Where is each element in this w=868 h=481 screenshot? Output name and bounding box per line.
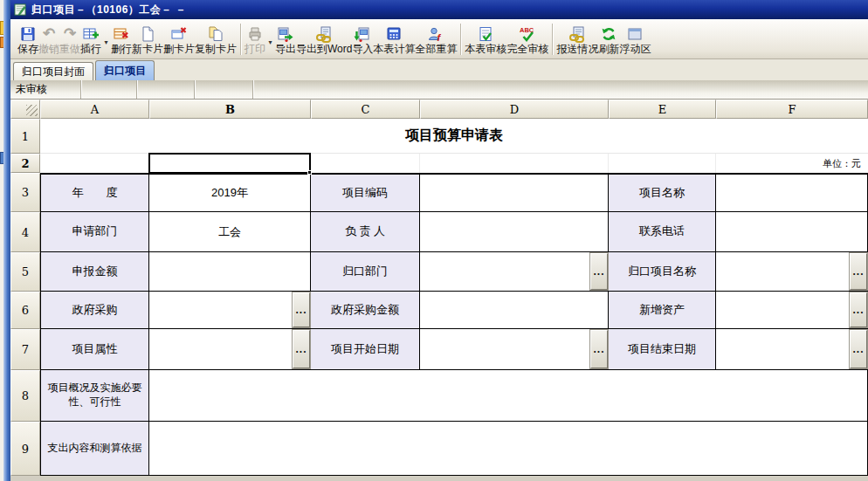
start-date-picker-button[interactable]: ... [590,330,608,368]
column-header-a[interactable]: A [40,100,149,119]
report-status-icon [568,25,586,43]
cell-project-attribute-value[interactable]: ... [149,329,311,370]
row-header-5[interactable]: 5 [10,252,40,292]
cell-e2[interactable] [609,154,716,173]
column-header-c[interactable]: C [311,100,420,119]
window-icon [14,3,27,17]
cell-b2-selected[interactable] [149,154,311,173]
sheet-bottom-strip [10,476,868,481]
refresh-icon [600,25,617,43]
tab-guikou-project[interactable]: 归口项目 [95,60,155,80]
audit-statusbar: 未审核 [10,80,868,100]
cell-manager-value[interactable] [420,212,609,252]
cell-expenditure-value[interactable] [149,422,868,476]
cell-gov-procurement-label[interactable]: 政府采购 [40,292,149,329]
cell-declared-amount-label[interactable]: 申报金额 [40,252,149,292]
cell-new-assets-value[interactable]: ... [716,292,868,329]
cell-manager-label[interactable]: 负 责 人 [311,212,420,252]
cell-year-value[interactable]: 2019年 [149,173,311,212]
centralized-project-name-picker-button[interactable]: ... [850,253,867,290]
row-header-2[interactable]: 2 [10,154,40,173]
floating-zone-button[interactable]: 浮动区 [619,21,651,58]
toolbar-separator [460,24,461,55]
tab-guikou-project-cover[interactable]: 归口项目封面 [13,62,93,80]
row-header-9[interactable]: 9 [10,422,40,476]
cell-centralized-dept-value[interactable]: ... [420,252,609,292]
import-button[interactable]: 导入 [352,21,373,58]
column-header-b[interactable]: B [149,100,311,119]
redo-button: ↷ 重做 [59,21,80,58]
insert-row-dropdown-arrow[interactable]: ▾ [101,21,111,58]
delete-row-icon [113,25,130,43]
status-segment [253,80,868,99]
column-header-e[interactable]: E [609,100,716,119]
calc-sheet-button[interactable]: 本表计算 [373,21,415,58]
cell-overview-value[interactable] [149,370,868,422]
column-header-f[interactable]: F [716,100,868,119]
centralized-dept-picker-button[interactable]: ... [590,253,608,290]
cell-declared-amount-value[interactable] [149,252,311,292]
cell-gov-procurement-value[interactable]: ... [149,292,311,329]
toolbar-separator [552,24,553,55]
floating-zone-icon [626,25,644,43]
row-header-6[interactable]: 6 [10,292,40,329]
row-header-7[interactable]: 7 [10,329,40,370]
cell-expenditure-label[interactable]: 支出内容和测算依据 [40,422,149,476]
audit-sheet-button[interactable]: 本表审核 [465,21,506,58]
cell-overview-label[interactable]: 项目概况及实施必要性、可行性 [40,370,149,422]
export-icon [277,25,294,43]
cell-end-date-label[interactable]: 项目结束日期 [609,329,716,370]
refresh-button[interactable]: 刷新 [598,21,619,58]
delete-card-button[interactable]: 删卡片 [163,21,195,58]
select-all-corner[interactable] [10,100,40,119]
cell-start-date-label[interactable]: 项目开始日期 [311,329,420,370]
cell-end-date-value[interactable]: ... [716,329,868,370]
cell-contact-phone-value[interactable] [716,212,868,252]
window-titlebar: 归口项目－（10106）工会－ － [10,0,868,19]
row-header-1[interactable]: 1 [10,119,40,154]
cell-a2[interactable] [40,154,149,173]
cell-centralized-project-name-value[interactable]: ... [716,252,868,292]
redo-icon: ↷ [64,25,76,43]
cell-project-code-value[interactable] [420,173,609,212]
cell-project-name-label[interactable]: 项目名称 [609,173,716,212]
project-attribute-picker-button[interactable]: ... [293,330,310,368]
status-segment [195,80,253,99]
cell-contact-phone-label[interactable]: 联系电话 [609,212,716,252]
end-date-picker-button[interactable]: ... [850,330,867,368]
export-to-word-button[interactable]: 导出到Word [296,21,352,58]
save-button[interactable]: 保存 [17,21,38,58]
save-icon [19,25,37,43]
form-title[interactable]: 项目预算申请表 [40,119,868,154]
cell-project-attribute-label[interactable]: 项目属性 [40,329,149,370]
delete-row-button[interactable]: 删行 [111,21,132,58]
cell-new-assets-label[interactable]: 新增资产 [609,292,716,329]
cell-apply-dept-value[interactable]: 工会 [149,212,311,252]
cell-start-date-value[interactable]: ... [420,329,609,370]
cell-project-code-label[interactable]: 项目编码 [311,173,420,212]
cell-project-name-value[interactable] [716,173,868,212]
copy-card-button[interactable]: 复制卡片 [195,21,237,58]
cell-year-label[interactable]: 年 度 [40,173,149,212]
cell-apply-dept-label[interactable]: 申请部门 [40,212,149,252]
report-status-button[interactable]: 报送情况 [556,21,598,58]
cell-centralized-dept-label[interactable]: 归口部门 [311,252,420,292]
row-header-4[interactable]: 4 [10,212,40,252]
full-audit-button[interactable]: ABC 完全审核 [506,21,548,58]
column-header-d[interactable]: D [420,100,609,119]
new-assets-picker-button[interactable]: ... [850,292,867,327]
cell-d2[interactable] [420,154,609,173]
toolbar-separator [240,24,241,55]
cell-gov-procurement-amount-label[interactable]: 政府采购金额 [311,292,420,329]
insert-row-button[interactable]: 插行 [80,21,101,58]
gov-procurement-picker-button[interactable]: ... [293,292,310,327]
new-card-button[interactable]: 新卡片 [132,21,163,58]
calc-sheet-icon [385,25,403,43]
cell-centralized-project-name-label[interactable]: 归口项目名称 [609,252,716,292]
cell-c2[interactable] [311,154,420,173]
row-header-3[interactable]: 3 [10,173,40,212]
recalc-all-button[interactable]: f 全部重算 [415,21,457,58]
export-button[interactable]: 导出 [275,21,296,58]
cell-gov-procurement-amount-value[interactable] [420,292,609,329]
row-header-8[interactable]: 8 [10,370,40,422]
